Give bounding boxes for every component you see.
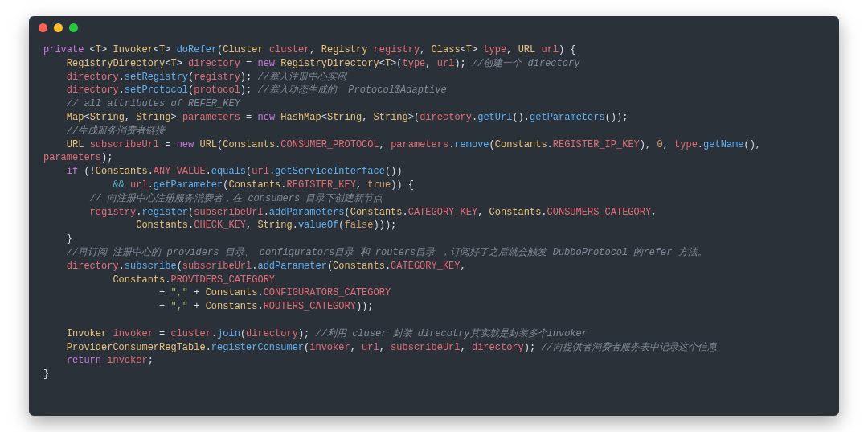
token-pln: ,	[651, 207, 657, 218]
token-pln: <	[84, 112, 89, 123]
code-line: return invoker;	[43, 354, 825, 368]
token-pln: +	[159, 301, 170, 312]
token-type: T	[96, 44, 101, 56]
code-editor[interactable]: private <T> Invoker<T> doRefer(Cluster c…	[29, 39, 839, 416]
token-type: Constants	[113, 274, 165, 286]
token-pln: .	[698, 139, 703, 150]
token-id: url	[130, 179, 148, 191]
token-pln: ,	[379, 139, 391, 150]
token-pln: >(	[391, 58, 402, 69]
token-id: invoker	[107, 355, 147, 366]
token-pln: .	[257, 287, 263, 298]
token-pln: (!	[78, 166, 96, 177]
token-type: Invoker	[67, 328, 107, 339]
maximize-icon[interactable]	[69, 23, 78, 32]
token-id: ROUTERS_CATEGORY	[264, 301, 356, 312]
token-cmt: //向提供者消费者服务表中记录这个信息	[541, 342, 716, 353]
token-pln: );	[240, 72, 258, 83]
token-id: type	[403, 58, 426, 69]
token-type: RegistryDirectory	[67, 58, 165, 69]
token-id: REGISTER_IP_KEY	[553, 139, 640, 150]
token-fn: getParameters	[530, 112, 605, 123]
token-pln: ,	[246, 220, 257, 231]
token-pln: ),	[640, 139, 657, 150]
token-pln: );	[454, 58, 472, 69]
token-id: CATEGORY_KEY	[391, 261, 460, 272]
token-type: Constants	[333, 261, 385, 272]
token-pln: )));	[374, 220, 397, 231]
token-type: URL	[199, 139, 217, 150]
code-line: //生成服务消费者链接	[43, 125, 825, 138]
token-cmt: //塞入动态生成的 Protocol$Adaptive	[257, 84, 446, 96]
token-id: CHECK_KEY	[194, 220, 246, 231]
token-type: Constants	[96, 166, 148, 177]
token-id: subscribeUrl	[194, 207, 263, 218]
token-pln: .	[264, 207, 269, 218]
token-pln: .	[119, 261, 125, 272]
token-pln	[264, 44, 269, 56]
token-id: cluster	[269, 44, 309, 56]
code-window: private <T> Invoker<T> doRefer(Cluster c…	[29, 16, 839, 416]
code-line: // all attributes of REFER_KEY	[43, 97, 825, 111]
code-line: Invoker invoker = cluster.join(directory…	[43, 327, 825, 341]
token-fn: subscribe	[125, 261, 177, 272]
token-pln: .	[119, 72, 125, 83]
token-pln: ,	[379, 342, 391, 353]
token-pln: =	[240, 112, 258, 123]
code-line: }	[43, 232, 825, 246]
token-type: Constants	[350, 207, 403, 218]
code-line: RegistryDirectory<T> directory = new Reg…	[43, 57, 825, 71]
token-pln: ,	[425, 58, 436, 69]
token-kw: if	[67, 166, 78, 177]
token-fn: getUrl	[477, 112, 512, 123]
token-pln: ,	[663, 139, 674, 150]
token-fn: setProtocol	[125, 84, 188, 96]
token-type: Constants	[136, 220, 188, 231]
code-line: ProviderConsumerRegTable.registerConsume…	[43, 341, 825, 355]
token-id: parameters	[391, 139, 448, 150]
token-pln: ().	[512, 112, 530, 123]
token-id: invoker	[113, 328, 153, 339]
code-line: private <T> Invoker<T> doRefer(Cluster c…	[43, 43, 825, 57]
code-line: Constants.CHECK_KEY, String.valueOf(fals…	[43, 219, 825, 232]
minimize-icon[interactable]	[54, 23, 63, 32]
close-icon[interactable]	[39, 23, 47, 32]
token-id: url	[252, 166, 269, 177]
token-pln: .	[541, 207, 547, 218]
token-pln: ,	[356, 179, 367, 191]
token-op: &&	[113, 179, 124, 191]
token-type: URL	[518, 44, 536, 56]
token-pln: +	[188, 287, 206, 298]
token-id: directory	[67, 84, 119, 96]
token-pln: <	[321, 112, 327, 123]
token-id: type	[674, 139, 698, 150]
token-fn: addParameters	[269, 207, 345, 218]
token-pln: (	[489, 139, 495, 150]
code-line: Constants.PROVIDERS_CATEGORY	[43, 274, 825, 287]
token-pln: .	[206, 166, 211, 177]
token-type: String	[327, 112, 362, 123]
code-line: directory.setRegistry(registry); //塞入注册中…	[43, 71, 825, 84]
token-pln: +	[188, 301, 206, 312]
code-line: //再订阅 注册中心的 providers 目录、 configurators目…	[43, 246, 825, 260]
token-type: URL	[67, 139, 84, 150]
token-fn: registerConsumer	[211, 342, 304, 353]
token-type: String	[90, 112, 125, 123]
token-id: url	[362, 342, 379, 353]
code-line: directory.subscribe(subscribeUrl.addPara…	[43, 260, 825, 274]
token-cmt: // 向注册中心注册服务消费者，在 consumers 目录下创建新节点	[90, 193, 383, 204]
token-pln: (),	[743, 139, 767, 150]
token-fn: getName	[703, 139, 743, 150]
token-pln: .	[119, 84, 125, 96]
token-str: ","	[170, 301, 188, 312]
token-pln: (	[338, 220, 344, 231]
token-pln: ,	[125, 112, 136, 123]
token-id: url	[541, 44, 559, 56]
token-id: PROVIDERS_CATEGORY	[170, 274, 275, 286]
token-type: Constants	[228, 179, 280, 191]
token-type: Constants	[489, 207, 542, 218]
token-id: directory	[472, 342, 524, 353]
token-fn: getServiceInterface	[275, 166, 385, 177]
token-pln: (	[344, 207, 350, 218]
token-pln: );	[298, 328, 316, 339]
